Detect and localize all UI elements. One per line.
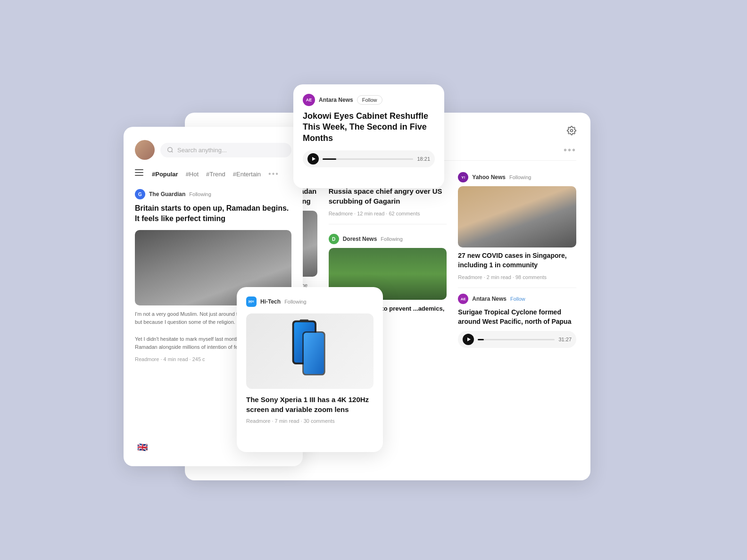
yahoo-source-name: Yahoo News	[472, 174, 506, 181]
popup-source-row: AE Antara News Follow	[303, 94, 435, 106]
dorest-source-row: D Dorest News Following	[329, 234, 447, 244]
search-icon	[167, 147, 174, 153]
phone-svg	[289, 318, 331, 384]
audio-duration-2: 31:27	[558, 337, 572, 342]
tags-more-button[interactable]: •••	[564, 145, 576, 156]
hitech-title: The Sony Xperia 1 III has a 4K 120Hz scr…	[246, 395, 374, 414]
scene: Forum Notifications #Health #Business #W…	[91, 56, 656, 504]
right-divider	[458, 288, 576, 288]
flag-uk: 🇬🇧	[135, 440, 150, 455]
dorest-source-status: Following	[381, 236, 402, 242]
dorest-avatar: D	[329, 234, 339, 244]
right-audio-player: 31:27	[458, 331, 576, 348]
tag-entertain[interactable]: #Entertain	[233, 171, 261, 178]
antara-source-status-2[interactable]: Follow	[510, 296, 525, 302]
antara-source-name-2: Antara News	[472, 296, 506, 302]
yahoo-source-status: Following	[509, 174, 531, 180]
left-article-source-status: Following	[189, 191, 211, 197]
dorest-source-name: Dorest News	[343, 236, 377, 242]
right-article-1: Y! Yahoo News Following 27 new COVID cas…	[458, 172, 576, 280]
left-card-header: Search anything...	[135, 140, 291, 160]
singapore-image	[458, 186, 576, 247]
yahoo-avatar: Y!	[458, 172, 468, 182]
popup-follow-button[interactable]: Follow	[357, 95, 382, 105]
svg-point-1	[168, 148, 172, 152]
yahoo-source-row: Y! Yahoo News Following	[458, 172, 576, 182]
play-button-2[interactable]	[463, 334, 474, 345]
middle-title-1: Russia space chief angry over US scrubbi…	[329, 186, 447, 206]
popup-audio-player: 18:21	[303, 150, 435, 167]
header-right	[567, 126, 576, 135]
left-article-source-name: The Guardian	[149, 191, 185, 198]
left-article-title: Britain starts to open up, Ramadan begin…	[135, 203, 291, 224]
svg-rect-5	[300, 320, 309, 321]
popup-title: Jokowi Eyes Cabinet Reshuffle This Week,…	[303, 111, 435, 144]
left-tags-more[interactable]: •••	[268, 170, 279, 178]
tag-popular[interactable]: #Popular	[152, 171, 178, 178]
hamburger-container	[135, 169, 144, 179]
popup-progress-bar[interactable]	[323, 158, 413, 160]
popup-play-button[interactable]	[307, 153, 319, 165]
hitech-avatar: H=	[246, 296, 257, 307]
right-title-1: 27 new COVID cases in Singapore, includi…	[458, 251, 576, 270]
right-article-2: AE Antara News Follow Surigae Tropical C…	[458, 294, 576, 348]
antara-avatar-2: AE	[458, 294, 468, 304]
popup-card: AE Antara News Follow Jokowi Eyes Cabine…	[293, 84, 444, 188]
popup-source-name: Antara News	[319, 97, 353, 103]
hamburger-icon[interactable]	[135, 169, 144, 176]
tag-trend[interactable]: #Trend	[206, 171, 225, 178]
hitech-source-row: H= Hi-Tech Following	[246, 296, 374, 307]
settings-icon[interactable]	[567, 126, 576, 135]
middle-meta-1: Readmore · 12 min read · 62 comments	[329, 211, 447, 216]
antara-source-row: AE Antara News Follow	[458, 294, 576, 304]
left-article-source-row: G The Guardian Following	[135, 189, 291, 199]
tag-hot[interactable]: #Hot	[186, 171, 199, 178]
news-col-right: Y! Yahoo News Following 27 new COVID cas…	[458, 172, 576, 355]
svg-point-0	[571, 130, 573, 132]
hitech-source-name: Hi-Tech	[260, 298, 281, 305]
progress-bar-2[interactable]	[478, 339, 555, 340]
search-bar[interactable]: Search anything...	[160, 143, 291, 157]
right-title-2: Surigae Tropical Cyclone formed around W…	[458, 308, 576, 326]
search-placeholder: Search anything...	[177, 147, 227, 154]
left-tags-row: #Popular #Hot #Trend #Entertain •••	[135, 169, 291, 179]
popup-antara-avatar: AE	[303, 94, 315, 106]
right-meta-1: Readmore · 2 min read · 98 comments	[458, 274, 576, 280]
popup-audio-duration: 18:21	[417, 156, 430, 162]
svg-rect-7	[304, 333, 324, 374]
hitech-meta: Readmore · 7 min read · 30 comments	[246, 418, 374, 424]
phone-image	[246, 313, 374, 389]
guardian-avatar-left: G	[135, 189, 145, 199]
hitech-card: H= Hi-Tech Following	[237, 287, 383, 452]
user-avatar	[135, 140, 155, 160]
hitech-follow-button[interactable]: Following	[284, 299, 306, 305]
